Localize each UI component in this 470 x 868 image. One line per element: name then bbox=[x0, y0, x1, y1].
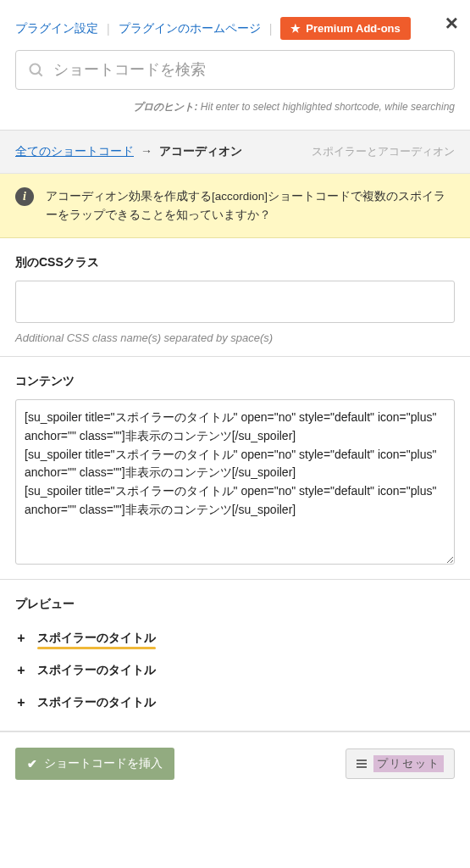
spoiler-title: スポイラーのタイトル bbox=[37, 695, 156, 710]
plugin-homepage-link[interactable]: プラグインのホームページ bbox=[119, 21, 261, 36]
hint-label: プロのヒント: bbox=[133, 101, 197, 113]
plus-icon: + bbox=[15, 631, 27, 646]
hamburger-icon bbox=[357, 760, 367, 768]
search-icon bbox=[28, 62, 45, 79]
info-icon: i bbox=[15, 187, 34, 206]
breadcrumb-current: アコーディオン bbox=[159, 144, 242, 158]
content-section: コンテンツ [su_spoiler title="スポイラーのタイトル" ope… bbox=[0, 357, 470, 579]
separator: | bbox=[107, 22, 110, 36]
separator: | bbox=[269, 22, 273, 36]
spoiler-item[interactable]: +スポイラーのタイトル bbox=[15, 687, 455, 719]
star-icon: ★ bbox=[290, 22, 301, 35]
check-icon: ✔ bbox=[27, 757, 37, 771]
spoiler-item[interactable]: +スポイラーのタイトル bbox=[15, 622, 455, 654]
css-class-section: 別のCSSクラス Additional CSS class name(s) se… bbox=[0, 238, 470, 356]
info-message: アコーディオン効果を作成する[accordion]ショートコードで複数のスポイラ… bbox=[46, 187, 455, 224]
close-icon: × bbox=[445, 10, 458, 36]
preset-button-label: プリセット bbox=[373, 755, 444, 772]
info-banner: i アコーディオン効果を作成する[accordion]ショートコードで複数のスポ… bbox=[0, 174, 470, 238]
breadcrumb-meta: スポイラーとアコーディオン bbox=[312, 144, 455, 159]
plus-icon: + bbox=[15, 695, 27, 710]
spoiler-title: スポイラーのタイトル bbox=[37, 663, 156, 678]
breadcrumb: 全てのショートコード → アコーディオン スポイラーとアコーディオン bbox=[0, 131, 470, 174]
breadcrumb-all-link[interactable]: 全てのショートコード bbox=[15, 144, 134, 158]
insert-button-label: ショートコードを挿入 bbox=[44, 756, 163, 771]
preset-button[interactable]: プリセット bbox=[346, 748, 455, 779]
spoiler-title: スポイラーのタイトル bbox=[37, 631, 156, 646]
footer: ✔ ショートコードを挿入 プリセット bbox=[0, 732, 470, 795]
plugin-settings-link[interactable]: プラグイン設定 bbox=[15, 21, 98, 36]
css-class-hint: Additional CSS class name(s) separated b… bbox=[15, 331, 455, 344]
content-label: コンテンツ bbox=[15, 374, 455, 389]
premium-addons-button[interactable]: ★ Premium Add-ons bbox=[280, 17, 410, 40]
content-textarea[interactable]: [su_spoiler title="スポイラーのタイトル" open="no"… bbox=[15, 399, 455, 565]
svg-line-1 bbox=[39, 72, 42, 75]
preview-section: プレビュー +スポイラーのタイトル+スポイラーのタイトル+スポイラーのタイトル bbox=[0, 580, 470, 731]
hint-text: Hit enter to select highlighted shortcod… bbox=[197, 101, 455, 113]
plus-icon: + bbox=[15, 663, 27, 678]
preview-label: プレビュー bbox=[15, 597, 455, 612]
breadcrumb-left: 全てのショートコード → アコーディオン bbox=[15, 144, 242, 159]
chevron-right-icon: → bbox=[141, 144, 152, 158]
premium-button-label: Premium Add-ons bbox=[306, 22, 400, 35]
search-box[interactable] bbox=[15, 50, 455, 90]
close-button[interactable]: × bbox=[445, 12, 458, 34]
spoiler-item[interactable]: +スポイラーのタイトル bbox=[15, 654, 455, 687]
css-class-input[interactable] bbox=[15, 281, 455, 323]
search-container bbox=[0, 50, 470, 97]
search-input[interactable] bbox=[53, 61, 442, 79]
preview-list: +スポイラーのタイトル+スポイラーのタイトル+スポイラーのタイトル bbox=[15, 622, 455, 719]
css-class-label: 別のCSSクラス bbox=[15, 255, 455, 270]
svg-point-0 bbox=[30, 64, 41, 74]
header-bar: プラグイン設定 | プラグインのホームページ | ★ Premium Add-o… bbox=[0, 0, 470, 50]
search-hint: プロのヒント: Hit enter to select highlighted … bbox=[0, 97, 470, 130]
insert-shortcode-button[interactable]: ✔ ショートコードを挿入 bbox=[15, 748, 174, 780]
